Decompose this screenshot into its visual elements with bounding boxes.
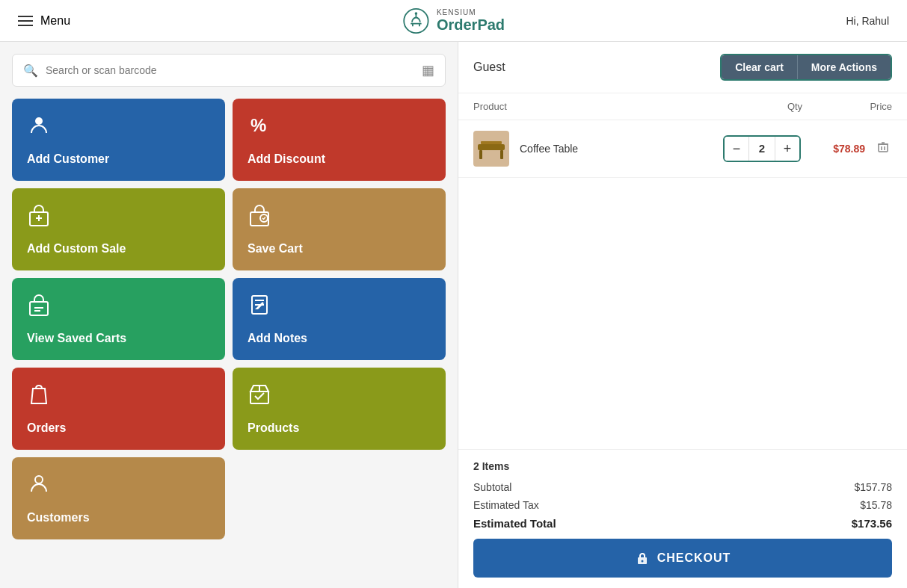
tile-orders-label: Orders [27,421,210,435]
qty-value: 2 [748,137,775,161]
menu-label: Menu [40,14,70,28]
user-greeting: Hi, Rahul [846,15,889,27]
tax-value: $15.78 [860,499,892,511]
app-header: Menu KENSIUM OrderPad Hi, Rahul [0,0,907,42]
tile-add-custom-sale-label: Add Custom Sale [27,242,210,256]
add-notes-icon [247,293,431,322]
product-name: Coffee Table [520,143,723,155]
logo-orderpad: OrderPad [437,16,505,33]
svg-point-20 [35,476,43,483]
tax-label: Estimated Tax [473,499,539,511]
add-custom-sale-icon [27,203,210,232]
product-image [473,131,509,167]
qty-col-header: Qty [757,101,832,112]
items-count: 2 Items [473,460,892,472]
qty-decrease-button[interactable]: − [725,137,748,161]
logo-text: KENSIUM OrderPad [437,8,505,33]
tiles-grid: Add Customer % Add Discount Add Custom S… [12,99,446,539]
cart-customer-label: Guest [473,61,505,74]
product-col-header: Product [473,101,757,112]
view-saved-carts-icon [27,293,210,322]
clear-cart-button[interactable]: Clear cart [722,55,797,79]
barcode-icon: ▦ [422,62,434,78]
tile-add-discount[interactable]: % Add Discount [233,99,446,181]
svg-rect-22 [481,141,502,144]
qty-control: − 2 + [723,135,801,162]
total-value: $173.56 [852,517,892,530]
tile-customers[interactable]: Customers [12,457,225,539]
cart-actions-wrapper: Clear cart More Actions [720,54,892,81]
checkout-label: CHECKOUT [657,551,731,565]
search-icon: 🔍 [23,64,38,78]
logo-kensium: KENSIUM [437,8,505,16]
add-customer-icon [27,114,210,143]
qty-increase-button[interactable]: + [775,137,799,161]
search-bar[interactable]: 🔍 ▦ [12,54,446,87]
add-discount-icon: % [247,114,431,143]
checkout-button[interactable]: CHECKOUT [473,539,892,578]
tile-add-customer-label: Add Customer [27,152,210,166]
subtotal-value: $157.78 [854,481,892,493]
svg-rect-25 [879,144,888,152]
tile-add-customer[interactable]: Add Customer [12,99,225,181]
svg-point-5 [35,117,43,125]
svg-text:%: % [250,115,266,135]
svg-rect-24 [500,150,503,159]
left-panel: 🔍 ▦ Add Customer % Add Discount [0,42,458,588]
menu-button[interactable]: Menu [18,14,70,28]
product-price: $78.89 [813,143,865,155]
tile-add-notes-label: Add Notes [247,332,431,345]
cart-header: Guest Clear cart More Actions [458,42,907,93]
cart-summary: 2 Items Subtotal $157.78 Estimated Tax $… [458,449,907,588]
logo: KENSIUM OrderPad [402,7,505,34]
tile-view-saved-carts-label: View Saved Carts [27,332,210,345]
logo-icon [402,7,429,34]
tile-orders[interactable]: Orders [12,368,225,450]
orders-icon [27,383,210,412]
svg-rect-23 [479,150,482,159]
tile-products-label: Products [247,421,431,435]
price-col-header: Price [832,101,892,112]
subtotal-row: Subtotal $157.78 [473,481,892,493]
product-row: Coffee Table − 2 + $78.89 [458,120,907,178]
tile-add-custom-sale[interactable]: Add Custom Sale [12,188,225,270]
right-panel: Guest Clear cart More Actions Product Qt… [458,42,907,588]
tax-row: Estimated Tax $15.78 [473,499,892,511]
hamburger-icon [18,16,33,26]
save-cart-icon [247,203,431,232]
total-label: Estimated Total [473,517,556,530]
more-actions-button[interactable]: More Actions [797,55,891,79]
main-layout: 🔍 ▦ Add Customer % Add Discount [0,42,907,588]
checkout-lock-icon [635,551,650,566]
svg-point-1 [414,12,417,15]
tile-add-discount-label: Add Discount [247,152,431,166]
svg-point-31 [641,560,643,563]
products-icon [247,383,431,412]
search-input[interactable] [46,64,414,76]
tile-products[interactable]: Products [233,368,446,450]
total-row: Estimated Total $173.56 [473,517,892,530]
svg-rect-21 [478,144,505,150]
tile-save-cart-label: Save Cart [247,242,431,256]
customers-icon [27,472,210,501]
tile-customers-label: Customers [27,511,210,524]
product-list-header: Product Qty Price [458,93,907,120]
tile-save-cart[interactable]: Save Cart [233,188,446,270]
tile-view-saved-carts[interactable]: View Saved Carts [12,278,225,360]
delete-product-button[interactable] [874,138,892,159]
tile-add-notes[interactable]: Add Notes [233,278,446,360]
subtotal-label: Subtotal [473,481,511,493]
